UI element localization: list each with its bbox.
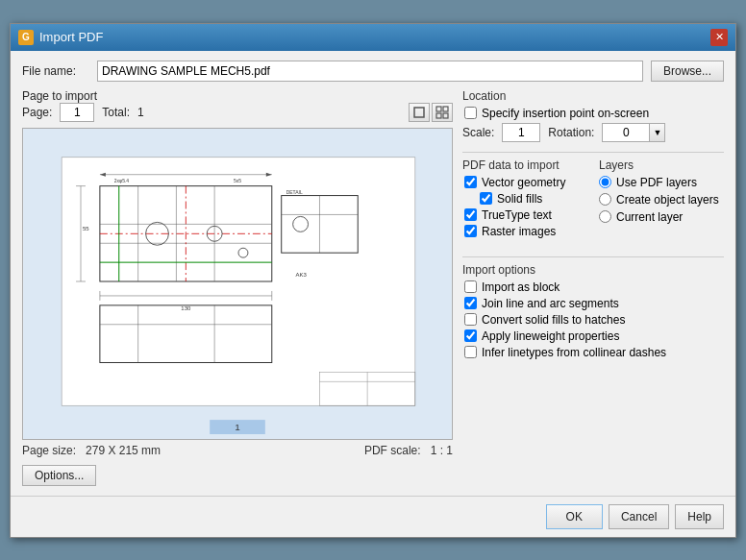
solid-fills-checkbox[interactable] [480,192,492,205]
convert-solid-fills-label: Convert solid fills to hatches [482,313,625,327]
current-layer-label: Current layer [616,210,683,224]
svg-text:AK3: AK3 [296,272,308,278]
use-pdf-layers-label: Use PDF layers [616,176,697,189]
convert-solid-fills-checkbox[interactable] [464,313,477,326]
pdf-scale-value: 1 : 1 [431,444,453,457]
scale-input[interactable] [502,123,540,142]
file-name-row: File name: Browse... [22,61,724,82]
apply-lineweight-row: Apply lineweight properties [462,329,724,343]
layers-title: Layers [599,158,724,172]
join-arc-segments-row: Join line and arc segments [462,297,724,310]
truetype-label: TrueType text [482,208,552,222]
import-as-block-row: Import as block [462,280,724,294]
import-as-block-label: Import as block [482,280,560,294]
total-label: Total: [102,106,130,119]
location-title: Location [462,89,724,103]
page-label: Page: [22,106,52,119]
specify-insertion-checkbox[interactable] [464,107,477,119]
svg-text:130: 130 [181,304,191,310]
title-bar: G Import PDF ✕ [11,24,735,51]
location-section: Location Specify insertion point on-scre… [462,89,724,142]
import-pdf-dialog: G Import PDF ✕ File name: Browse... Page… [10,23,736,538]
pdf-scale-label: PDF scale: [364,444,421,457]
infer-linetypes-checkbox[interactable] [464,346,477,358]
svg-text:55: 55 [83,226,89,231]
page-size-value: 279 X 215 mm [86,444,161,457]
join-arc-segments-checkbox[interactable] [464,297,477,309]
svg-rect-1 [436,107,441,111]
app-icon: G [18,30,34,45]
create-object-layers-radio[interactable] [599,193,611,206]
close-button[interactable]: ✕ [710,29,728,46]
svg-text:DETAIL: DETAIL [286,189,303,194]
scale-label: Scale: [462,126,494,139]
create-object-layers-label: Create object layers [616,193,719,207]
vector-geometry-checkbox[interactable] [464,176,477,188]
page-size-label: Page size: [22,444,76,457]
page-size-info: Page size: 279 X 215 mm [22,444,161,457]
use-pdf-layers-radio[interactable] [599,176,611,188]
page-info-row: Page size: 279 X 215 mm PDF scale: 1 : 1 [22,444,453,457]
layers-section: Layers Use PDF layers Create object laye… [599,158,724,241]
infer-linetypes-label: Infer linetypes from collinear dashes [482,346,666,359]
import-options-title: Import options [462,263,724,277]
import-options-section: Import options Import as block Join line… [462,263,724,359]
pdf-data-section: PDF data to import Vector geometry Solid… [462,158,591,241]
truetype-checkbox[interactable] [464,208,477,221]
bottom-buttons: OK Cancel Help [11,496,735,537]
pdf-scale-info: PDF scale: 1 : 1 [364,444,453,457]
truetype-text-row: TrueType text [462,208,591,222]
vector-geometry-label: Vector geometry [482,176,565,189]
svg-text:2xφ5.4: 2xφ5.4 [114,178,130,183]
main-content: Page to import Page: Total: 1 [22,89,724,486]
page-input[interactable] [60,103,94,122]
specify-insertion-row: Specify insertion point on-screen [462,107,724,120]
total-value: 1 [137,106,144,119]
rotation-wrapper: ▼ [602,123,665,142]
left-panel: Page to import Page: Total: 1 [22,89,453,486]
options-button[interactable]: Options... [22,465,96,486]
right-panel: Location Specify insertion point on-scre… [462,89,724,486]
current-layer-row: Current layer [599,210,724,224]
svg-rect-3 [436,113,441,118]
pdf-data-title: PDF data to import [462,158,591,172]
grid-view-button[interactable] [432,103,453,122]
file-name-label: File name: [22,64,89,78]
infer-linetypes-row: Infer linetypes from collinear dashes [462,346,724,359]
options-btn-row: Options... [22,465,453,486]
current-layer-radio[interactable] [599,210,611,223]
vector-geometry-row: Vector geometry [462,176,591,189]
dialog-title: Import PDF [39,30,103,44]
rotation-dropdown[interactable]: ▼ [650,123,665,142]
raster-images-label: Raster images [482,225,556,238]
specify-insertion-label: Specify insertion point on-screen [482,107,649,120]
raster-images-checkbox[interactable] [464,225,477,237]
solid-fills-label: Solid fills [497,192,542,206]
svg-rect-2 [443,107,448,111]
svg-rect-4 [443,113,448,118]
cancel-button[interactable]: Cancel [609,504,669,529]
rotation-input[interactable] [602,123,650,142]
import-as-block-checkbox[interactable] [464,280,477,293]
svg-text:5x5: 5x5 [234,178,241,183]
rotation-label: Rotation: [548,126,594,139]
browse-button[interactable]: Browse... [651,61,724,82]
help-button[interactable]: Help [675,504,724,529]
apply-lineweight-label: Apply lineweight properties [482,329,619,343]
single-view-button[interactable] [409,103,430,122]
preview-box: 55 130 AK3 2xφ5.4 5x5 DETAIL [22,128,453,440]
solid-fills-row: Solid fills [462,192,591,206]
page-to-import-section: Page to import Page: Total: 1 [22,89,453,122]
scale-row: Scale: Rotation: ▼ [462,123,724,142]
ok-button[interactable]: OK [546,504,603,529]
create-object-layers-row: Create object layers [599,193,724,207]
svg-text:1: 1 [235,422,240,432]
join-arc-segments-label: Join line and arc segments [482,297,619,310]
page-controls: Page: Total: 1 [22,103,453,122]
convert-solid-fills-row: Convert solid fills to hatches [462,313,724,327]
raster-images-row: Raster images [462,225,591,238]
apply-lineweight-checkbox[interactable] [464,329,477,342]
file-name-input[interactable] [97,61,643,82]
svg-rect-0 [414,108,424,117]
page-to-import-label: Page to import [22,89,97,103]
